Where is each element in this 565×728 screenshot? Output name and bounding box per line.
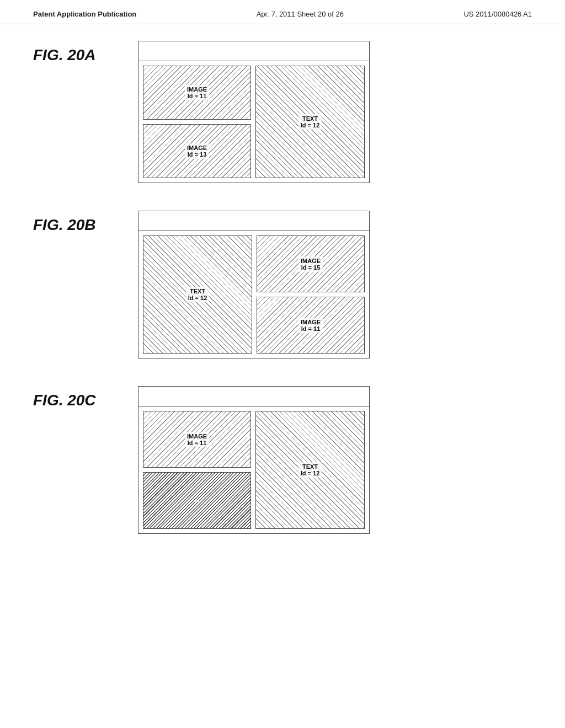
header-sheet-info: Apr. 7, 2011 Sheet 20 of 26 bbox=[257, 10, 344, 18]
figure-20b-diagram: TEXTId = 12 IMAGEId = 15 IMAGEId = 11 bbox=[138, 211, 370, 358]
cell-dense-20c-label bbox=[195, 500, 199, 502]
figure-20c-label: FIG. 20C bbox=[33, 386, 121, 409]
figure-20b-row: FIG. 20B TEXTId = 12 IMAGEId = 15 IMAGEI… bbox=[33, 211, 532, 358]
diagram-20a-left-col: IMAGEId = 11 IMAGEId = 13 bbox=[143, 66, 251, 178]
cell-text12-20b: TEXTId = 12 bbox=[143, 235, 252, 354]
figure-20c-row: FIG. 20C IMAGEId = 11 TEXTId = 12 bbox=[33, 386, 532, 534]
cell-image11-20a: IMAGEId = 11 bbox=[143, 66, 251, 120]
cell-text12-20a-label: TEXTId = 12 bbox=[299, 114, 322, 130]
cell-image11-20c-label: IMAGEId = 11 bbox=[185, 432, 209, 447]
cell-text12-20c-label: TEXTId = 12 bbox=[299, 462, 322, 478]
diagram-20c-header bbox=[138, 387, 369, 406]
cell-text12-20c: TEXTId = 12 bbox=[255, 411, 365, 529]
cell-image15-20b: IMAGEId = 15 bbox=[257, 235, 365, 292]
diagram-20a-content: IMAGEId = 11 IMAGEId = 13 TEXTId = 12 bbox=[138, 61, 369, 183]
cell-image11-20a-label: IMAGEId = 11 bbox=[185, 85, 209, 100]
cell-image13-20a-label: IMAGEId = 13 bbox=[185, 143, 209, 159]
diagram-20a-header bbox=[138, 41, 369, 61]
figure-20c-diagram: IMAGEId = 11 TEXTId = 12 bbox=[138, 386, 370, 534]
cell-text12-20a: TEXTId = 12 bbox=[255, 66, 365, 178]
figure-20a-row: FIG. 20A IMAGEId = 11 IMAGEId = 13 TEXTI… bbox=[33, 41, 532, 183]
figure-20a-diagram: IMAGEId = 11 IMAGEId = 13 TEXTId = 12 bbox=[138, 41, 370, 183]
main-content: FIG. 20A IMAGEId = 11 IMAGEId = 13 TEXTI… bbox=[0, 24, 565, 550]
diagram-20b-content: TEXTId = 12 IMAGEId = 15 IMAGEId = 11 bbox=[138, 231, 369, 358]
figure-20b-label: FIG. 20B bbox=[33, 211, 121, 234]
header-patent-number: US 2011/0080426 A1 bbox=[463, 10, 532, 18]
cell-image11-20b-label: IMAGEId = 11 bbox=[299, 318, 323, 333]
cell-text12-20b-label: TEXTId = 12 bbox=[186, 287, 210, 302]
diagram-20b-header bbox=[138, 211, 369, 231]
diagram-20c-content: IMAGEId = 11 TEXTId = 12 bbox=[138, 406, 369, 533]
cell-image11-20b: IMAGEId = 11 bbox=[257, 297, 365, 354]
cell-image15-20b-label: IMAGEId = 15 bbox=[299, 256, 323, 272]
page-header: Patent Application Publication Apr. 7, 2… bbox=[0, 0, 565, 24]
header-publication: Patent Application Publication bbox=[33, 10, 136, 18]
diagram-20b-right-col: IMAGEId = 15 IMAGEId = 11 bbox=[257, 235, 365, 354]
cell-image11-20c: IMAGEId = 11 bbox=[143, 411, 251, 468]
figure-20a-label: FIG. 20A bbox=[33, 41, 121, 64]
diagram-20c-left-col: IMAGEId = 11 bbox=[143, 411, 251, 529]
cell-dense-20c bbox=[143, 472, 251, 529]
cell-image13-20a: IMAGEId = 13 bbox=[143, 124, 251, 178]
